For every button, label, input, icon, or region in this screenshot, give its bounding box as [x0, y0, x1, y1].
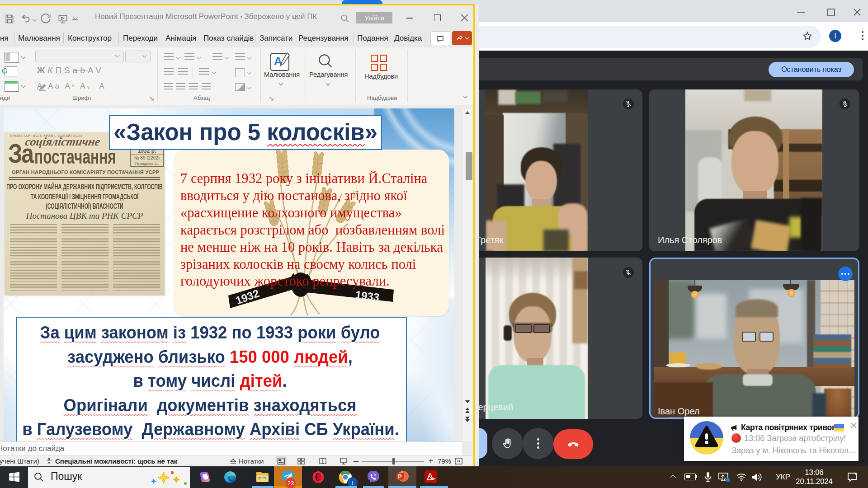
svg-text:1932: 1932 — [234, 287, 260, 307]
svg-text:P: P — [398, 474, 402, 480]
svg-text:1933: 1933 — [354, 288, 380, 303]
